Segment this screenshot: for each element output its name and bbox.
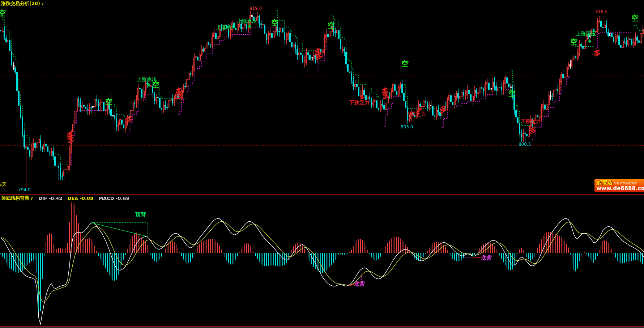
- price-label: 819.0: [250, 6, 262, 10]
- signal-annotation: 多: [175, 87, 183, 94]
- top-indicator-title-label: 涨跌交易分析(20): [1, 1, 40, 6]
- bottom-indicator-legend: 顶底结构背离∨ DIF -0.42 DEA -0.08 MACD -0.69: [1, 195, 129, 201]
- signal-annotation: 多: [594, 49, 601, 56]
- signal-annotation: 多: [126, 115, 133, 123]
- signal-annotation: 空: [328, 22, 335, 29]
- signal-annotation: 下跌乏力: [349, 100, 370, 105]
- signal-annotation: 空: [631, 14, 639, 22]
- bottom-indicator-title[interactable]: 顶底结构背离∨: [1, 195, 33, 201]
- signal-annotation: 多: [315, 48, 322, 55]
- price-label: 803.0: [401, 125, 413, 129]
- bottom-indicator-title-label: 顶底结构背离: [1, 195, 29, 201]
- signal-annotation: 空: [271, 19, 278, 26]
- watermark-banner: 股道边 指标公式量化资源 www.de6688.com: [594, 179, 644, 192]
- price-label: 794.0: [18, 188, 30, 192]
- signal-annotation: 下跌乏力: [521, 119, 541, 124]
- trading-terminal: { "ui": { "watermark": { "brand": "股道边",…: [0, 0, 644, 328]
- signal-annotation: 上涨承压: [216, 25, 236, 30]
- divergence-annotation: 顶背: [135, 212, 146, 217]
- signal-annotation: 多: [381, 87, 389, 94]
- watermark-brand: 股道边: [596, 179, 613, 186]
- dea-value: DEA -0.08: [67, 196, 93, 201]
- signal-annotation: 空: [401, 60, 409, 67]
- chevron-down-icon: ∨: [41, 1, 44, 6]
- signal-annotation: 空: [508, 90, 516, 97]
- signal-annotation: 空: [152, 81, 159, 88]
- price-label: 818.5: [595, 9, 607, 14]
- signal-annotation: 多: [529, 127, 537, 134]
- divergence-annotation: 底背: [481, 255, 492, 261]
- signal-annotation: 空: [105, 98, 112, 105]
- signal-annotation: 上涨承压: [137, 77, 157, 82]
- dif-value: DIF -0.42: [38, 196, 63, 201]
- macd-value: MACD -0.69: [98, 196, 129, 201]
- divergence-annotation: 底背: [354, 281, 365, 287]
- watermark-url: www.de6688.com: [596, 186, 643, 192]
- price-label: 800.5: [519, 142, 531, 146]
- signal-annotation: 空: [0, 9, 6, 17]
- top-indicator-title[interactable]: 涨跌交易分析(20)∨: [1, 0, 44, 7]
- chevron-down-icon: ∨: [30, 196, 33, 201]
- signal-annotation: 多: [440, 106, 447, 113]
- watermark-tagline: 指标公式量化资源: [614, 182, 637, 185]
- signal-annotation: 多: [67, 131, 74, 139]
- chart-canvas[interactable]: [0, 0, 644, 328]
- price-label: 6天: [0, 182, 7, 187]
- signal-annotation: 下跌乏力: [406, 111, 426, 116]
- signal-annotation: 上涨承压: [237, 18, 257, 24]
- signal-annotation: 空: [570, 38, 577, 46]
- signal-annotation: 上涨承压: [576, 31, 596, 36]
